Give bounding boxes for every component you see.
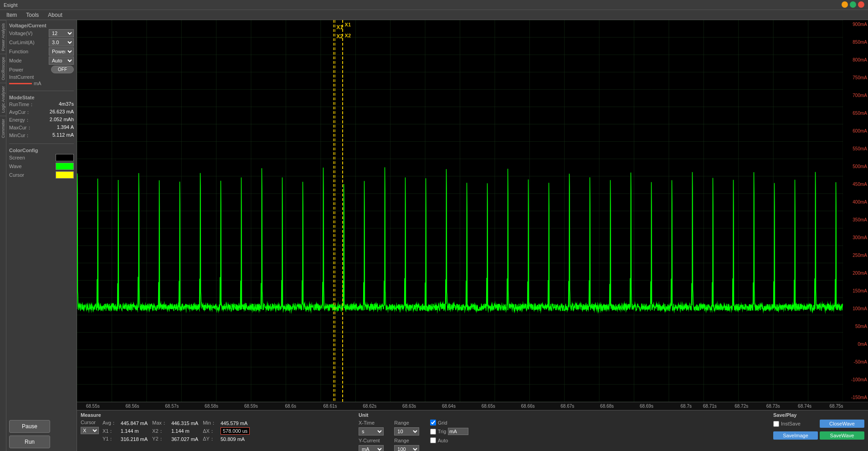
wave-color-row: Wave [9,163,74,170]
max-cur-row: MaxCur： 1.394 A [9,124,74,131]
voltage-current-section: Voltage/Current Voltage(V) 12 5 3.3 CurL… [9,23,74,87]
close-button[interactable] [858,1,864,8]
inst-save-checkbox[interactable] [773,421,779,427]
sidebar-tab-commeter[interactable]: Commeter [0,116,6,141]
x-range-label: Range [394,420,426,425]
saveplay-section: Save/Play InstSave CloseWave SaveImage S… [773,412,864,440]
max-cur-label: MaxCur： [9,124,32,131]
x-label-14: 68.69s [640,404,653,409]
min-cur-row: MinCur： 5.112 mA [9,132,74,139]
x-label-8: 68.63s [402,404,416,409]
x-label-2: 68.57s [165,404,179,409]
menu-item-tools[interactable]: Tools [21,11,43,19]
y-range-select[interactable]: 100 50 200 [394,445,419,451]
cursor-color-label: Cursor [9,172,24,178]
unit-grid: X-Time Range Grid s ms us 10 [359,420,486,451]
run-button[interactable]: Run [9,436,50,448]
y-label-0: 0mA [844,342,867,347]
avg-label: Avg： [103,420,116,426]
y-label-700: 700mA [844,93,867,98]
wave-color-swatch[interactable] [56,163,74,170]
app-title: Esight [4,2,18,8]
sidebar-tab-power[interactable]: Power Analysis [0,20,6,54]
y2-value: 367.027 mA [171,436,198,442]
y-label-450: 450mA [844,182,867,187]
x-range-select[interactable]: 10 5 20 [394,427,419,436]
energy-value: 2.052 mAh [50,117,74,123]
line-sample-2 [23,83,32,84]
action-buttons-area: Pause Run [9,182,74,448]
cursor-type-select[interactable]: X Y [81,427,99,434]
x2-label: X2： [152,428,167,435]
function-select[interactable]: Power Current [49,47,74,56]
menu-item-about[interactable]: About [43,11,67,19]
x-axis: 68.55s 68.56s 68.57s 68.58s 68.59s 68.6s… [77,402,868,410]
pause-button[interactable]: Pause [9,420,50,433]
y-label-500: 500mA [844,164,867,169]
save-wave-button[interactable]: SaveWave [820,431,864,440]
window-controls [842,1,864,8]
y-label-50: 50mA [844,324,867,329]
minimize-button[interactable] [842,1,848,8]
chart-wrapper[interactable]: 900mA 850mA 800mA 750mA 700mA 650mA 600m… [77,20,868,402]
power-toggle[interactable]: OFF [51,66,74,73]
avg-value: 445.847 mA [121,420,148,426]
delta-x-label: ΔX： [203,428,216,435]
trig-row: Trig [430,428,476,435]
y-label-100: 100mA [844,306,867,311]
y-label-150: 150mA [844,288,867,293]
close-wave-button[interactable]: CloseWave [820,420,864,428]
x-label-20: 68.75s [830,404,843,409]
grid-label: Grid [438,420,447,425]
inst-current-label: InstCurrent [9,74,36,80]
x-label-12: 68.67s [560,404,574,409]
sidebar-tab-logic[interactable]: Logic Analyser [0,83,6,116]
maximize-button[interactable] [850,1,856,8]
run-time-label: RunTime： [9,101,34,108]
color-config-title: ColorConfig [9,148,74,153]
y-axis: 900mA 850mA 800mA 750mA 700mA 650mA 600m… [843,20,868,402]
y-label-550: 550mA [844,146,867,151]
min-value: 445.579 mA [221,420,250,426]
trig-checkbox[interactable] [430,429,436,435]
save-image-button[interactable]: SaveImage [773,431,818,440]
screen-color-row: Screen [9,154,74,161]
saveplay-title: Save/Play [773,412,864,418]
divider-2 [9,144,74,144]
mode-select[interactable]: Auto Manual [49,56,74,65]
cur-limit-select[interactable]: 3.0 1.0 2.0 [49,38,74,46]
main-layout: Power Analysis Oscilloscope Logic Analys… [0,20,868,451]
y-label-300: 300mA [844,235,867,240]
cur-limit-label: CurLimit(A) [9,40,36,45]
x-label-13: 68.68s [600,404,614,409]
menu-item-item[interactable]: Item [2,11,21,19]
run-time-row: RunTime： 4m37s [9,101,74,108]
x-label-11: 68.66s [521,404,535,409]
avg-cur-value: 26.623 mA [50,109,74,116]
x-label-6: 68.61s [324,404,337,409]
cur-limit-row: CurLimit(A) 3.0 1.0 2.0 [9,38,74,46]
mode-state-section: ModeState RunTime： 4m37s AvgCur： 26.623 … [9,95,74,140]
cursor-color-swatch[interactable] [56,171,74,179]
inst-save-row: InstSave [773,421,818,427]
divider-1 [9,91,74,91]
mode-state-title: ModeState [9,95,74,100]
screen-color-swatch[interactable] [56,154,74,161]
sidebar-tab-oscillo[interactable]: Oscilloscope [0,54,6,83]
energy-row: Energy： 2.052 mAh [9,117,74,123]
color-config-section: ColorConfig Screen Wave Cursor [9,148,74,180]
auto-checkbox[interactable] [430,437,436,443]
min-label: Min： [203,420,216,426]
y-label-650: 650mA [844,111,867,116]
y1-value: 316.218 mA [121,436,148,442]
x-time-unit-select[interactable]: s ms us [359,427,384,436]
voltage-select[interactable]: 12 5 3.3 [49,29,74,37]
grid-checkbox[interactable] [430,420,436,425]
sidebar-tabs: Power Analysis Oscilloscope Logic Analys… [0,20,6,451]
y-range-label: Range [394,438,426,443]
y-current-unit-select[interactable]: mA A [359,445,384,451]
trig-input[interactable] [448,428,468,435]
x-label-16: 68.71s [703,404,717,409]
x2-value: 1.144 m [171,428,198,434]
chart-container: 900mA 850mA 800mA 750mA 700mA 650mA 600m… [77,20,868,451]
